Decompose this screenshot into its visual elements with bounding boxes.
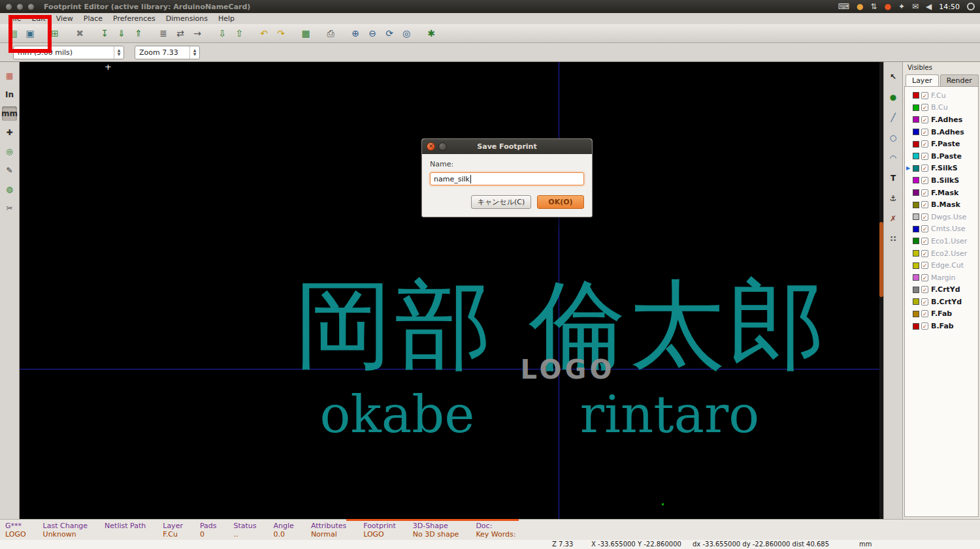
layer-row[interactable]: Margin bbox=[905, 272, 978, 284]
layer-color-swatch[interactable] bbox=[913, 238, 919, 244]
chromium-icon[interactable]: ● bbox=[857, 3, 863, 10]
menu-help[interactable]: Help bbox=[213, 14, 240, 23]
layer-visibility-checkbox[interactable] bbox=[921, 274, 928, 281]
layer-row[interactable]: F.Paste bbox=[905, 138, 978, 150]
delete-footprint-icon[interactable]: ✖ bbox=[72, 26, 88, 41]
layer-color-swatch[interactable] bbox=[913, 323, 919, 330]
layer-visibility-checkbox[interactable] bbox=[921, 177, 928, 184]
layer-color-swatch[interactable] bbox=[913, 298, 919, 305]
layer-visibility-checkbox[interactable] bbox=[921, 165, 928, 172]
layer-color-swatch[interactable] bbox=[913, 226, 919, 232]
add-line-icon[interactable]: ╱ bbox=[886, 110, 901, 125]
layer-row[interactable]: F.Mask bbox=[905, 187, 978, 199]
bluetooth-icon[interactable]: ✦ bbox=[898, 3, 905, 10]
add-text-icon[interactable]: T bbox=[886, 171, 901, 185]
units-inch-icon[interactable]: In bbox=[2, 87, 17, 102]
window-minimize-button[interactable] bbox=[16, 3, 24, 10]
load-from-board-icon[interactable]: ⇓ bbox=[114, 26, 129, 41]
export-footprint-icon[interactable]: ⇧ bbox=[231, 26, 247, 41]
layer-row[interactable]: B.Paste bbox=[905, 150, 978, 163]
update-board-icon[interactable]: ⇄ bbox=[172, 26, 188, 41]
dialog-titlebar[interactable]: ✕ Save Footprint bbox=[422, 139, 592, 154]
layer-visibility-checkbox[interactable] bbox=[921, 153, 928, 160]
layer-row[interactable]: Cmts.Use bbox=[905, 223, 978, 236]
layer-color-swatch[interactable] bbox=[913, 287, 919, 293]
layer-visibility-checkbox[interactable] bbox=[921, 250, 928, 257]
layer-visibility-checkbox[interactable] bbox=[921, 322, 928, 330]
menu-place[interactable]: Place bbox=[78, 14, 108, 23]
layer-row[interactable]: F.Adhes bbox=[905, 114, 978, 126]
menu-view[interactable]: View bbox=[51, 14, 78, 23]
updates-icon[interactable]: ⇅ bbox=[870, 3, 877, 10]
layer-row[interactable]: Eco1.User bbox=[905, 235, 978, 247]
units-mm-icon[interactable]: mm bbox=[2, 106, 17, 121]
cursor-shape-icon[interactable]: ✚ bbox=[2, 125, 17, 140]
redraw-icon[interactable]: ⟳ bbox=[382, 26, 397, 41]
grid-toggle-icon[interactable]: ▦ bbox=[2, 69, 17, 83]
layer-row[interactable]: B.Fab bbox=[905, 320, 978, 332]
grid-spinner[interactable] bbox=[114, 46, 123, 59]
layer-color-swatch[interactable] bbox=[913, 213, 919, 220]
layer-row[interactable]: F.SilkS bbox=[905, 163, 978, 175]
layer-visibility-checkbox[interactable] bbox=[921, 262, 928, 269]
volume-icon[interactable]: ◀ bbox=[926, 3, 932, 10]
logo-reference-text[interactable]: LOGO bbox=[521, 354, 615, 384]
layer-color-swatch[interactable] bbox=[913, 177, 919, 183]
layer-visibility-checkbox[interactable] bbox=[921, 189, 928, 196]
layer-visibility-checkbox[interactable] bbox=[921, 238, 928, 245]
layer-visibility-checkbox[interactable] bbox=[921, 298, 928, 306]
power-icon[interactable] bbox=[967, 3, 975, 10]
save-to-board-icon[interactable]: ⇑ bbox=[131, 26, 146, 41]
menu-preferences[interactable]: Preferences bbox=[108, 14, 161, 23]
layer-row[interactable]: B.Cu bbox=[905, 102, 978, 114]
zoom-spinner[interactable] bbox=[189, 46, 199, 59]
polar-coords-icon[interactable]: ◎ bbox=[2, 144, 17, 159]
layer-visibility-checkbox[interactable] bbox=[921, 286, 928, 293]
mail-icon[interactable]: ✉ bbox=[912, 3, 919, 10]
keyboard-indicator-icon[interactable]: ⌨ bbox=[838, 3, 849, 10]
undo-icon[interactable]: ↶ bbox=[256, 26, 272, 41]
anchor-icon[interactable]: ⚓ bbox=[886, 191, 901, 206]
load-footprint-icon[interactable]: ↧ bbox=[97, 26, 112, 41]
layer-color-swatch[interactable] bbox=[913, 274, 919, 281]
footprint-name-input[interactable]: name_silk bbox=[430, 172, 584, 185]
layer-color-swatch[interactable] bbox=[913, 153, 919, 159]
zoom-in-icon[interactable]: ⊕ bbox=[348, 26, 363, 41]
text-sketch-icon[interactable]: ✎ bbox=[2, 163, 17, 178]
layer-visibility-checkbox[interactable] bbox=[921, 92, 928, 99]
layer-visibility-checkbox[interactable] bbox=[921, 213, 928, 221]
select-tool-icon[interactable]: ↖ bbox=[886, 70, 901, 84]
edges-sketch-icon[interactable]: ✂ bbox=[2, 201, 17, 215]
zoom-fit-icon[interactable]: ◎ bbox=[399, 26, 414, 41]
dialog-minimize-icon[interactable] bbox=[438, 142, 447, 151]
layer-visibility-checkbox[interactable] bbox=[921, 201, 928, 208]
layer-row[interactable]: F.Fab bbox=[905, 308, 978, 321]
delete-item-icon[interactable]: ✗ bbox=[886, 212, 901, 226]
layer-visibility-checkbox[interactable] bbox=[921, 140, 928, 148]
editor-canvas[interactable]: 岡部 倫太郎 LOGO okabe rintaro bbox=[20, 62, 879, 519]
tab-layer[interactable]: Layer bbox=[906, 74, 939, 86]
ubuntu-one-icon[interactable]: ● bbox=[884, 3, 890, 10]
silkscreen-text-rintaro[interactable]: rintaro bbox=[580, 385, 760, 444]
footprint-check-icon[interactable]: ▦ bbox=[298, 26, 314, 41]
menu-dimensions[interactable]: Dimensions bbox=[161, 14, 213, 23]
layer-row[interactable]: Eco2.User bbox=[905, 247, 978, 260]
layer-visibility-checkbox[interactable] bbox=[921, 104, 928, 111]
layer-color-swatch[interactable] bbox=[913, 92, 919, 99]
tab-render[interactable]: Render bbox=[940, 74, 979, 86]
layer-row[interactable]: F.CrtYd bbox=[905, 284, 978, 296]
zoom-select[interactable]: Zoom 7.33 bbox=[135, 46, 200, 59]
layer-row[interactable]: B.SilkS bbox=[905, 174, 978, 187]
layer-color-swatch[interactable] bbox=[913, 129, 919, 135]
dialog-close-icon[interactable]: ✕ bbox=[427, 142, 435, 151]
layer-visibility-checkbox[interactable] bbox=[921, 225, 928, 232]
redo-icon[interactable]: ↷ bbox=[273, 26, 289, 41]
window-close-button[interactable] bbox=[5, 3, 12, 10]
layer-row[interactable]: B.Adhes bbox=[905, 126, 978, 138]
layer-color-swatch[interactable] bbox=[913, 116, 919, 123]
layer-visibility-checkbox[interactable] bbox=[921, 116, 928, 123]
window-maximize-button[interactable] bbox=[27, 3, 35, 10]
layer-visibility-checkbox[interactable] bbox=[921, 310, 928, 317]
import-footprint-icon[interactable]: ⇩ bbox=[214, 26, 230, 41]
layer-visibility-checkbox[interactable] bbox=[921, 129, 928, 136]
